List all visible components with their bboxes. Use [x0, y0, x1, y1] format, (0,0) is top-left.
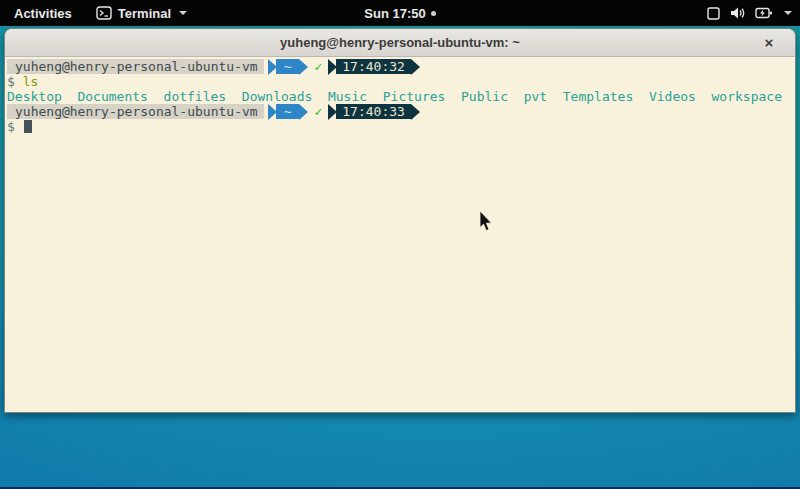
window-title: yuheng@henry-personal-ubuntu-vm: ~	[280, 35, 520, 50]
prompt-user-host: yuheng@henry-personal-ubuntu-vm	[7, 104, 264, 119]
powerline-arrow-icon	[299, 59, 308, 75]
powerline-arrow-icon	[411, 59, 420, 75]
prompt-line-1: yuheng@henry-personal-ubuntu-vm ~ ✓ 17:4…	[7, 59, 795, 74]
directory-entry: Desktop	[7, 89, 62, 104]
command-line: $ ls	[7, 74, 795, 89]
text-cursor	[24, 120, 32, 133]
volume-icon	[730, 6, 746, 20]
prompt-timestamp: 17:40:32	[336, 59, 411, 74]
chevron-down-icon	[179, 11, 187, 15]
shell-prompt-symbol: $	[7, 119, 15, 134]
activities-button[interactable]: Activities	[0, 6, 86, 21]
prompt-line-2: yuheng@henry-personal-ubuntu-vm ~ ✓ 17:4…	[7, 104, 795, 119]
terminal-body[interactable]: yuheng@henry-personal-ubuntu-vm ~ ✓ 17:4…	[5, 57, 795, 413]
prompt-path: ~	[276, 104, 300, 119]
clock-button[interactable]: Sun 17:50	[364, 6, 435, 21]
terminal-window: yuheng@henry-personal-ubuntu-vm: ~ × yuh…	[4, 28, 796, 413]
directory-entry: Videos	[649, 89, 696, 104]
directory-entry: Pictures	[383, 89, 446, 104]
powerline-arrow-icon	[411, 104, 420, 120]
prompt-timestamp: 17:40:33	[336, 104, 411, 119]
input-line[interactable]: $	[7, 119, 795, 134]
clock-label: Sun 17:50	[364, 6, 425, 21]
powerline-arrow-icon	[299, 104, 308, 120]
terminal-icon	[96, 6, 112, 20]
status-check-icon: ✓	[314, 59, 322, 74]
close-button[interactable]: ×	[759, 32, 779, 52]
directory-entry: Public	[461, 89, 508, 104]
shell-prompt-symbol: $	[7, 74, 15, 89]
screen-icon	[706, 6, 721, 21]
directory-entry: dotfiles	[164, 89, 227, 104]
ls-output: Desktop Documents dotfiles Downloads Mus…	[7, 89, 795, 104]
directory-entry: Documents	[77, 89, 147, 104]
directory-entry: Templates	[563, 89, 633, 104]
typed-command: ls	[23, 74, 39, 89]
status-check-icon: ✓	[314, 104, 322, 119]
directory-entry: workspace	[712, 89, 782, 104]
battery-charging-icon	[755, 6, 773, 20]
app-menu-label: Terminal	[118, 6, 171, 21]
notification-dot	[431, 11, 436, 16]
app-menu-terminal[interactable]: Terminal	[96, 6, 187, 21]
window-title-bar[interactable]: yuheng@henry-personal-ubuntu-vm: ~ ×	[5, 29, 795, 57]
gnome-top-bar: Activities Terminal Sun 17:50	[0, 0, 800, 26]
prompt-user-host: yuheng@henry-personal-ubuntu-vm	[7, 59, 264, 74]
chevron-down-icon	[784, 11, 792, 15]
directory-entry: Downloads	[242, 89, 312, 104]
system-status-area[interactable]	[706, 0, 792, 26]
directory-entry: pvt	[524, 89, 547, 104]
prompt-path: ~	[276, 59, 300, 74]
directory-entry: Music	[328, 89, 367, 104]
